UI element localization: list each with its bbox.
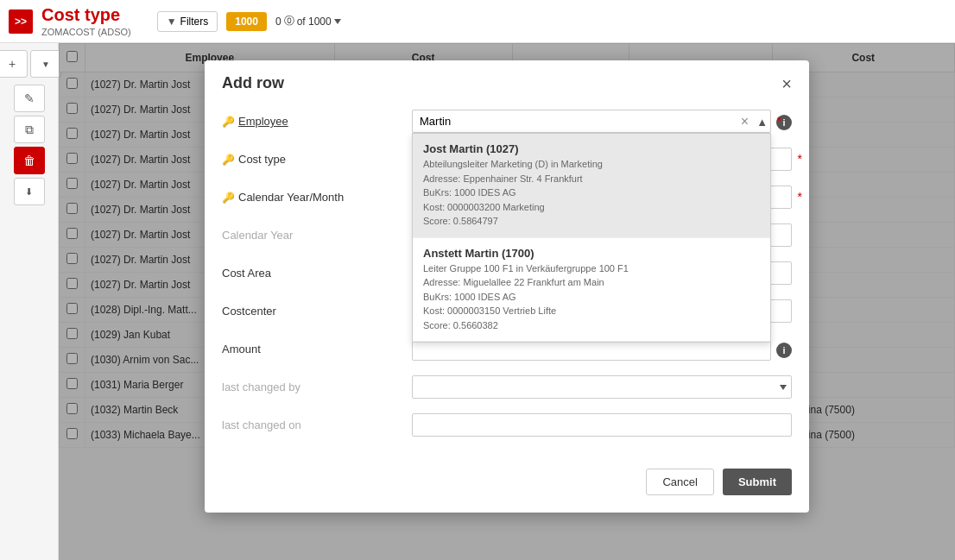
content-area: Employee Cost Cost (1027) Dr. Martin Jos… bbox=[59, 43, 955, 560]
top-bar: >> Cost type ZOMACOST (ADSO) ▼ Filters 1… bbox=[0, 0, 955, 43]
cost-type-label: 🔑 Cost type bbox=[222, 148, 412, 166]
amount-info-icon[interactable]: i bbox=[776, 343, 792, 358]
cost-type-label-text: Cost type bbox=[238, 153, 286, 166]
suggestion-item[interactable]: Jost Martin (1027) Abteilungsleiter Mark… bbox=[413, 134, 770, 238]
filter-icon: ▼ bbox=[167, 16, 177, 28]
employee-dropdown-icon[interactable]: ▲ bbox=[756, 115, 768, 128]
page-title: Cost type bbox=[41, 5, 131, 25]
calendar-year-label-text: Calendar Year bbox=[222, 229, 293, 242]
cost-area-label-text: Cost Area bbox=[222, 267, 271, 280]
app-icon: >> bbox=[9, 9, 33, 34]
page-subtitle: ZOMACOST (ADSO) bbox=[41, 27, 131, 37]
cancel-button[interactable]: Cancel bbox=[646, 469, 713, 495]
employee-row: 🔑 Employee × ▲ * bbox=[222, 110, 792, 135]
last-changed-on-label: last changed on bbox=[222, 413, 412, 431]
suggestion-item[interactable]: Anstett Martin (1700) Leiter Gruppe 100 … bbox=[413, 238, 770, 343]
filters-label: Filters bbox=[180, 16, 209, 28]
modal-close-button[interactable]: × bbox=[781, 75, 792, 92]
modal-body: 🔑 Employee × ▲ * bbox=[205, 101, 809, 469]
title-group: Cost type ZOMACOST (ADSO) bbox=[41, 5, 131, 37]
last-changed-on-input[interactable] bbox=[412, 413, 792, 437]
employee-input-wrapper: × ▲ bbox=[412, 110, 771, 133]
filters-button[interactable]: ▼ Filters bbox=[157, 11, 218, 32]
calendar-year-month-required-star: * bbox=[798, 190, 802, 204]
amount-label-text: Amount bbox=[222, 343, 261, 356]
modal-title: Add row bbox=[222, 74, 284, 92]
calendar-year-month-label: 🔑 Calendar Year/Month bbox=[222, 186, 412, 204]
last-changed-on-label-text: last changed on bbox=[222, 418, 301, 431]
calendar-year-label: Calendar Year bbox=[222, 223, 412, 242]
employee-label-text: Employee bbox=[238, 115, 288, 128]
chevron-down-icon bbox=[334, 19, 341, 24]
suggestion-name: Anstett Martin (1700) bbox=[423, 247, 760, 260]
edit-button[interactable]: ✎ bbox=[14, 85, 45, 112]
last-changed-by-select-wrapper bbox=[412, 375, 792, 399]
last-changed-by-row: last changed by bbox=[222, 375, 792, 401]
record-count-box: 1000 bbox=[226, 12, 267, 31]
suggestion-detail: Abteilungsleiter Marketing (D) in Market… bbox=[423, 157, 760, 229]
suggestion-name: Jost Martin (1027) bbox=[423, 142, 760, 155]
last-changed-on-row: last changed on bbox=[222, 413, 792, 439]
employee-input[interactable] bbox=[412, 110, 771, 133]
costcenter-label: Costcenter bbox=[222, 299, 412, 318]
sidebar: + ▼ ✎ ⧉ 🗑 ⬇ bbox=[0, 43, 59, 560]
copy-button[interactable]: ⧉ bbox=[14, 116, 45, 143]
submit-button[interactable]: Submit bbox=[723, 469, 792, 495]
main-layout: + ▼ ✎ ⧉ 🗑 ⬇ Employee Cost Cost bbox=[0, 43, 955, 560]
last-changed-by-select[interactable] bbox=[412, 375, 792, 399]
cost-area-label: Cost Area bbox=[222, 261, 412, 280]
modal-overlay: Add row × 🔑 Employee × bbox=[59, 43, 955, 560]
export-button[interactable]: ⬇ bbox=[14, 178, 45, 205]
key-icon-cal-year-month: 🔑 bbox=[222, 192, 235, 204]
suggestion-detail: Leiter Gruppe 100 F1 in Verkäufergruppe … bbox=[423, 261, 760, 333]
employee-label: 🔑 Employee bbox=[222, 110, 412, 128]
clear-employee-icon[interactable]: × bbox=[741, 114, 749, 129]
modal-header: Add row × bbox=[205, 60, 809, 101]
employee-control: × ▲ * Jost Martin (1027) Abteilungsleite… bbox=[412, 110, 771, 133]
record-info: 0 ⓪ of 1000 bbox=[275, 14, 341, 28]
modal-dialog: Add row × 🔑 Employee × bbox=[205, 60, 809, 513]
delete-button[interactable]: 🗑 bbox=[14, 147, 45, 174]
employee-required-star: * bbox=[777, 114, 781, 128]
employee-suggestion-list: Jost Martin (1027) Abteilungsleiter Mark… bbox=[412, 133, 771, 343]
amount-label: Amount bbox=[222, 337, 412, 356]
calendar-year-month-label-text: Calendar Year/Month bbox=[238, 191, 344, 204]
last-changed-on-control bbox=[412, 413, 792, 437]
record-zero: 0 bbox=[275, 16, 281, 28]
last-changed-by-label: last changed by bbox=[222, 375, 412, 393]
costcenter-label-text: Costcenter bbox=[222, 305, 276, 318]
add-dropdown-button[interactable]: ▼ bbox=[30, 50, 61, 78]
cost-type-required-star: * bbox=[798, 152, 802, 166]
record-total: of 1000 bbox=[297, 16, 332, 28]
modal-footer: Cancel Submit bbox=[205, 469, 809, 513]
record-icon: ⓪ bbox=[284, 14, 294, 28]
key-icon-employee: 🔑 bbox=[222, 116, 235, 128]
last-changed-by-label-text: last changed by bbox=[222, 381, 300, 393]
add-button[interactable]: + bbox=[0, 50, 28, 78]
key-icon-cost-type: 🔑 bbox=[222, 154, 235, 166]
last-changed-by-control bbox=[412, 375, 792, 399]
